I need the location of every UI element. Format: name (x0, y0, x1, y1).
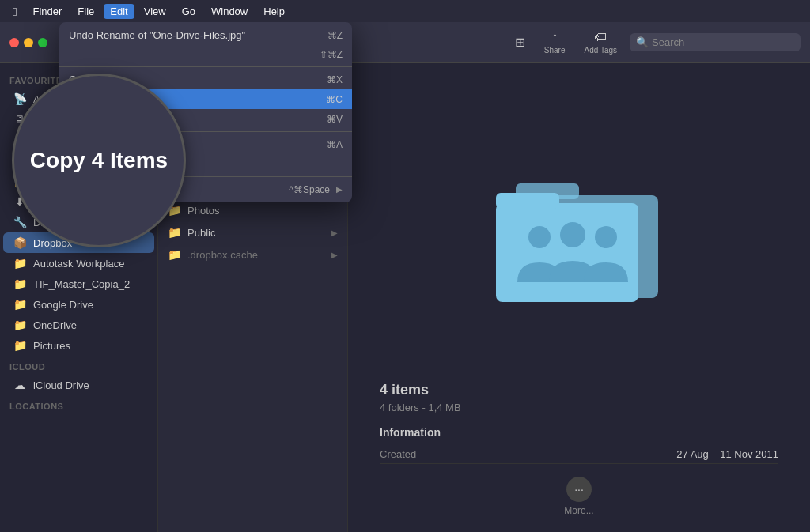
redo-shortcut: ⇧⌘Z (320, 49, 343, 60)
menu-finder[interactable]: Finder (26, 4, 68, 19)
edit-menu: Undo Rename of "One-Drive-Files.jpg" ⌘Z … (59, 22, 352, 202)
menu-window[interactable]: Window (205, 4, 254, 19)
select-all-shortcut: ⌘A (327, 139, 343, 150)
apple-menu[interactable]:  (6, 3, 23, 20)
undo-label: Undo Rename of "One-Drive-Files.jpg" (69, 29, 321, 41)
menu-overlay[interactable]: Undo Rename of "One-Drive-Files.jpg" ⌘Z … (0, 22, 810, 532)
menu-go[interactable]: Go (176, 4, 202, 19)
menu-item-redo[interactable]: ⇧⌘Z (59, 45, 352, 64)
separator (59, 66, 352, 67)
menu-item-undo[interactable]: Undo Rename of "One-Drive-Files.jpg" ⌘Z (59, 25, 352, 45)
magnify-circle: Copy 4 Items (12, 74, 186, 247)
paste-shortcut: ⌘V (327, 114, 343, 125)
copy-shortcut: ⌘C (326, 94, 343, 105)
menu-view[interactable]: View (138, 4, 172, 19)
undo-shortcut: ⌘Z (327, 30, 343, 41)
chevron-right-icon: ▶ (336, 185, 343, 194)
menu-file[interactable]: File (71, 4, 100, 19)
menu-edit[interactable]: Edit (104, 4, 134, 19)
emoji-shortcut: ^⌘Space (289, 184, 330, 195)
menu-help[interactable]: Help (257, 4, 291, 19)
menu-item-copy[interactable]: Copy 4 Items Copy 4 Items ⌘C (59, 89, 352, 109)
menubar:  Finder File Edit View Go Window Help (0, 0, 810, 22)
cut-shortcut: ⌘X (327, 74, 343, 85)
